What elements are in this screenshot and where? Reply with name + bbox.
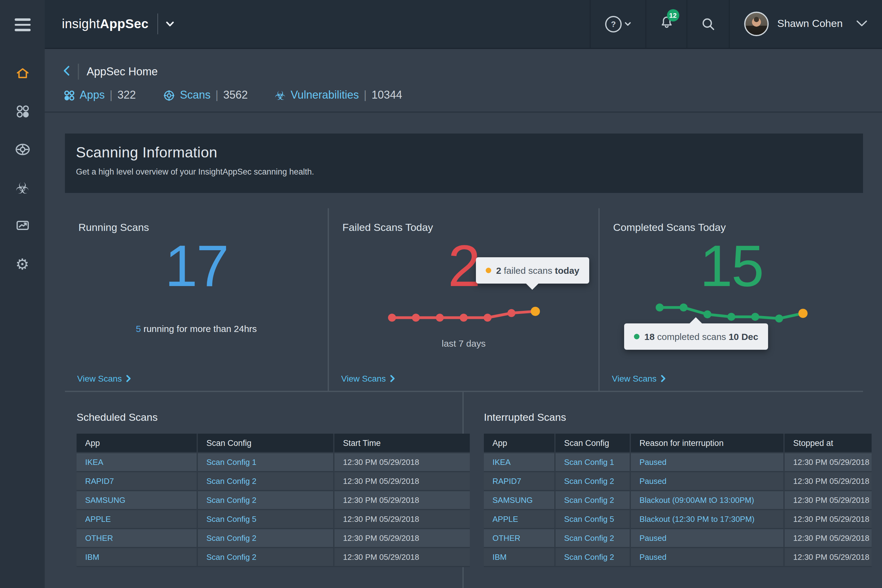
table-link-cell[interactable]: SAMSUNG xyxy=(76,490,197,510)
search-button[interactable] xyxy=(687,0,729,48)
table-link-cell[interactable]: Scan Config 2 xyxy=(555,529,630,548)
table-cell: 12:30 PM 05/29/2018 xyxy=(784,548,872,567)
chevron-right-icon xyxy=(390,375,395,382)
table-link-cell[interactable]: Scan Config 2 xyxy=(197,529,334,548)
failed-scans-tooltip: 2 failed scans today xyxy=(476,257,589,284)
view-scans-link[interactable]: View Scans xyxy=(77,374,131,383)
search-icon xyxy=(701,17,715,31)
table-row: IKEAScan Config 112:30 PM 05/29/2018 xyxy=(76,453,470,472)
stat-apps-link[interactable]: Apps | 322 xyxy=(64,89,136,102)
apps-grid-icon xyxy=(64,90,75,101)
stat-scans-link[interactable]: Scans | 3562 xyxy=(163,89,248,102)
table-row: OTHERScan Config 2Paused12:30 PM 05/29/2… xyxy=(484,529,872,548)
scheduled-scans-section: Scheduled Scans AppScan ConfigStart Time… xyxy=(65,392,464,588)
stat-separator: | xyxy=(216,89,218,102)
user-menu[interactable]: Shawn Cohen xyxy=(729,0,882,48)
table-cell: 12:30 PM 05/29/2018 xyxy=(334,472,470,490)
stat-value: 10344 xyxy=(372,89,402,102)
table-link-cell[interactable]: Scan Config 5 xyxy=(555,510,630,529)
table-link-cell[interactable]: IKEA xyxy=(484,453,555,472)
sidebar-nav: ☣ ⚙ xyxy=(14,66,31,272)
table-link-cell[interactable]: APPLE xyxy=(76,510,197,529)
product-logo[interactable]: insightAppSec xyxy=(62,14,174,34)
scan-target-icon xyxy=(163,89,175,101)
logo-divider xyxy=(157,14,158,34)
biohazard-icon: ☣ xyxy=(16,181,29,196)
table-link-cell[interactable]: Scan Config 1 xyxy=(555,453,630,472)
table-link-cell[interactable]: Scan Config 1 xyxy=(197,453,334,472)
table-link-cell[interactable]: RAPID7 xyxy=(76,472,197,490)
product-switcher-chevron-icon[interactable] xyxy=(166,18,174,29)
back-chevron-icon[interactable] xyxy=(63,65,70,78)
help-chevron-icon xyxy=(625,22,631,26)
chevron-right-icon xyxy=(126,375,131,382)
table-row: IBMScan Config 2Paused12:30 PM 05/29/201… xyxy=(484,548,872,567)
table-link-cell[interactable]: SAMSUNG xyxy=(484,490,555,510)
hamburger-menu-icon[interactable] xyxy=(14,18,30,31)
table-link-cell[interactable]: Blackout (09:00AM tO 13:00PM) xyxy=(630,490,784,510)
interrupted-scans-section: Interrupted Scans AppScan ConfigReason f… xyxy=(464,392,872,588)
table-link-cell[interactable]: APPLE xyxy=(484,510,555,529)
table-link-cell[interactable]: IKEA xyxy=(76,453,197,472)
table-row: APPLEScan Config 512:30 PM 05/29/2018 xyxy=(76,510,470,529)
sidebar-item-scans[interactable] xyxy=(14,142,31,158)
sidebar: ☣ ⚙ xyxy=(0,0,45,588)
sidebar-item-apps[interactable] xyxy=(14,104,31,120)
section-title: Interrupted Scans xyxy=(484,412,872,424)
table-link-cell[interactable]: Scan Config 2 xyxy=(197,490,334,510)
view-scans-link[interactable]: View Scans xyxy=(612,374,666,383)
table-link-cell[interactable]: Blackout (12:30 PM to 17:30PM) xyxy=(630,510,784,529)
sidebar-item-home[interactable] xyxy=(14,66,31,82)
main-content: Scanning Information Get a high level ov… xyxy=(45,113,882,588)
stat-separator: | xyxy=(364,89,367,102)
table-link-cell[interactable]: Scan Config 2 xyxy=(197,472,334,490)
table-link-cell[interactable]: Paused xyxy=(630,529,784,548)
table-link-cell[interactable]: OTHER xyxy=(76,529,197,548)
apps-grid-icon xyxy=(16,104,29,120)
table-link-cell[interactable]: OTHER xyxy=(484,529,555,548)
chevron-right-icon xyxy=(661,375,666,382)
breadcrumb-divider xyxy=(78,64,79,80)
card-title: Running Scans xyxy=(78,222,328,234)
scheduled-scans-table: AppScan ConfigStart TimeIKEAScan Config … xyxy=(76,434,470,567)
table-cell: 12:30 PM 05/29/2018 xyxy=(334,453,470,472)
table-link-cell[interactable]: Scan Config 2 xyxy=(555,490,630,510)
failed-scans-sparkline xyxy=(384,299,543,330)
running-scans-card: Running Scans 17 5 running for more than… xyxy=(65,208,328,391)
completed-scans-tooltip: 18 completed scans 10 Dec xyxy=(624,323,768,350)
table-link-cell[interactable]: Scan Config 2 xyxy=(555,548,630,567)
column-header: Scan Config xyxy=(555,434,630,453)
user-name: Shawn Cohen xyxy=(777,18,843,30)
home-icon xyxy=(15,66,30,83)
sidebar-item-settings[interactable]: ⚙ xyxy=(14,256,31,272)
table-row: RAPID7Scan Config 2Paused12:30 PM 05/29/… xyxy=(484,472,872,490)
table-link-cell[interactable]: RAPID7 xyxy=(484,472,555,490)
table-link-cell[interactable]: IBM xyxy=(484,548,555,567)
topbar: insightAppSec ? 12 xyxy=(45,0,882,49)
view-scans-link[interactable]: View Scans xyxy=(341,374,395,383)
tooltip-text: 18 completed scans 10 Dec xyxy=(644,332,758,342)
table-cell: 12:30 PM 05/29/2018 xyxy=(784,510,872,529)
column-header: Scan Config xyxy=(197,434,334,453)
table-link-cell[interactable]: IBM xyxy=(76,548,197,567)
table-link-cell[interactable]: Scan Config 2 xyxy=(555,472,630,490)
stat-value: 322 xyxy=(117,89,136,102)
table-link-cell[interactable]: Scan Config 5 xyxy=(197,510,334,529)
table-cell: 12:30 PM 05/29/2018 xyxy=(334,529,470,548)
notifications-button[interactable]: 12 xyxy=(646,0,687,48)
tooltip-text: 2 failed scans today xyxy=(496,265,579,276)
card-title: Completed Scans Today xyxy=(613,222,863,234)
table-cell: 12:30 PM 05/29/2018 xyxy=(784,453,872,472)
table-link-cell[interactable]: Paused xyxy=(630,453,784,472)
sparkline-caption: last 7 days xyxy=(329,338,598,348)
sidebar-item-reports[interactable] xyxy=(14,218,31,234)
table-link-cell[interactable]: Paused xyxy=(630,548,784,567)
failed-scans-card: Failed Scans Today 2 last 7 days 2 faile… xyxy=(328,208,598,391)
stat-vulnerabilities-link[interactable]: ☣ Vulnerabilities | 10344 xyxy=(275,89,402,102)
banner-title: Scanning Information xyxy=(76,144,863,161)
sidebar-item-vulnerabilities[interactable]: ☣ xyxy=(14,180,31,196)
column-header: Start Time xyxy=(334,434,470,453)
table-link-cell[interactable]: Paused xyxy=(630,472,784,490)
table-link-cell[interactable]: Scan Config 2 xyxy=(197,548,334,567)
help-button[interactable]: ? xyxy=(590,0,646,48)
